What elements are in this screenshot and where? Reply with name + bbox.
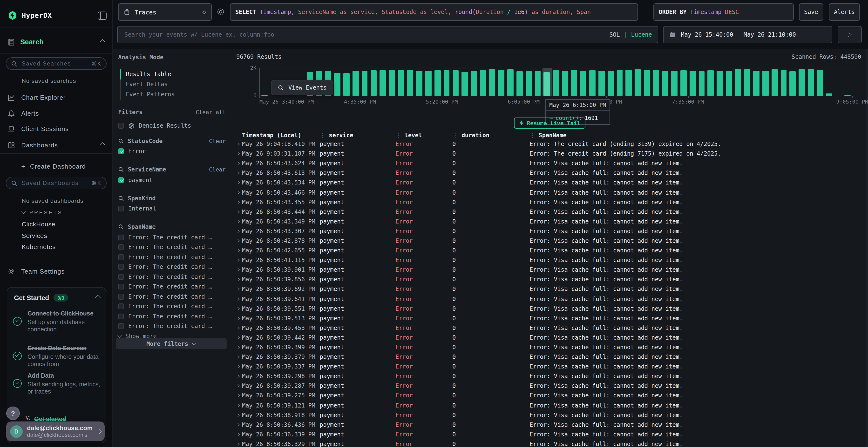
table-row[interactable]: May 26 8:50:41.115 PMpaymentError0Error:… [236,255,865,265]
histogram-bar-3-40-PM[interactable] [260,68,269,96]
table-row[interactable]: May 26 9:04:18.410 PMpaymentError0Error:… [236,139,865,149]
row-expand-chevron-icon[interactable] [237,297,241,301]
drag-handle-icon[interactable]: ⋮ [396,132,401,138]
row-expand-chevron-icon[interactable] [237,171,241,175]
source-settings-gear-icon[interactable] [217,8,225,16]
row-expand-chevron-icon[interactable] [237,442,241,446]
sidebar-collapse-icon[interactable] [98,11,106,20]
preset-services[interactable]: Services [22,232,47,239]
histogram-bar-6-05-PM[interactable] [524,68,533,96]
histogram-bar-6-20-PM[interactable] [551,68,561,96]
date-range-picker[interactable]: May 26 15:40:00 - May 26 21:10:00 [663,26,832,43]
histogram[interactable] [259,68,861,96]
table-row[interactable]: May 26 8:50:39.337 PMpaymentError0Error:… [236,362,865,371]
checkbox[interactable] [118,177,124,183]
histogram-bar-8-40-PM[interactable] [807,68,816,96]
table-row[interactable]: May 26 8:50:42.878 PMpaymentError0Error:… [236,236,865,246]
denoise-results-toggle[interactable]: Denoise Results [118,122,191,129]
checklist-item[interactable]: Connect to ClickHouse Set up your databa… [13,309,101,334]
histogram-bar-7-10-PM[interactable] [643,68,652,96]
row-expand-chevron-icon[interactable] [237,384,241,388]
table-row[interactable]: May 26 8:50:39.453 PMpaymentError0Error:… [236,323,865,333]
histogram-bar-6-50-PM[interactable] [606,68,615,96]
histogram-bar-6-55-PM[interactable] [615,68,624,96]
row-expand-chevron-icon[interactable] [237,142,241,146]
table-row[interactable]: May 26 8:50:36.339 PMpaymentError0Error:… [236,429,865,439]
histogram-bar-8-45-PM[interactable] [816,68,825,96]
filter-option[interactable]: Error: The credit card … [118,321,226,331]
checkbox[interactable] [118,304,124,309]
drag-handle-icon[interactable]: ⋮ [320,132,326,138]
table-row[interactable]: May 26 8:50:43.624 PMpaymentError0Error:… [236,159,865,168]
row-expand-chevron-icon[interactable] [237,413,241,417]
table-row[interactable]: May 26 8:50:43.444 PMpaymentError0Error:… [236,207,865,216]
presets-toggle[interactable]: PRESETS [22,209,63,215]
sidebar-item-team-settings[interactable]: Team Settings [0,264,112,278]
sidebar-item-alerts[interactable]: Alerts [0,106,112,121]
histogram-bar-6-45-PM[interactable] [597,68,606,96]
filter-option[interactable]: Error: The credit card … [118,262,226,272]
table-row[interactable]: May 26 8:50:43.466 PMpaymentError0Error:… [236,187,865,197]
analysis-mode-event-patterns[interactable]: Event Patterns [118,90,227,100]
histogram-bar-7-25-PM[interactable] [670,68,679,96]
user-menu[interactable]: D dale@clickhouse.com dale@clickhouse.co… [6,421,105,441]
histogram-bar-7-50-PM[interactable] [715,68,724,96]
histogram-bar-4-50-PM[interactable] [388,68,397,96]
table-row[interactable]: May 26 8:50:36.436 PMpaymentError0Error:… [236,420,865,429]
col-level[interactable]: ⋮level [396,132,452,138]
source-select[interactable]: Traces [118,3,212,21]
histogram-bar-7-55-PM[interactable] [724,68,734,96]
chevron-up-icon[interactable] [100,39,105,45]
table-row[interactable]: May 26 8:50:43.613 PMpaymentError0Error:… [236,168,865,178]
row-expand-chevron-icon[interactable] [237,268,241,272]
analysis-mode-results-table[interactable]: Results Table [118,69,227,79]
lucene-toggle[interactable]: Lucene [631,31,652,38]
histogram-bar-7-00-PM[interactable] [624,68,633,96]
denoise-checkbox[interactable] [118,123,124,129]
histogram-bar-4-55-PM[interactable] [397,68,406,96]
histogram-bar-6-25-PM[interactable] [561,68,570,96]
chevron-up-icon[interactable] [100,142,105,148]
clear-all-link[interactable]: Clear all [195,109,226,115]
histogram-bar-8-55-PM[interactable] [834,68,843,96]
search-bar[interactable]: SQL | Lucene [117,26,658,43]
search-input[interactable] [123,31,604,38]
table-row[interactable]: May 26 8:50:39.513 PMpaymentError0Error:… [236,313,865,323]
table-row[interactable]: May 26 8:50:43.534 PMpaymentError0Error:… [236,178,865,187]
row-expand-chevron-icon[interactable] [237,336,241,340]
checkbox[interactable] [118,235,124,240]
checklist-item[interactable]: Add Data Start sending logs, metrics, or… [13,371,101,396]
filter-option[interactable]: Error: The credit card … [118,302,226,311]
filter-option[interactable]: Error: The credit card … [118,282,226,291]
histogram-bar-5-35-PM[interactable] [469,68,478,96]
row-expand-chevron-icon[interactable] [237,403,241,407]
sql-toggle[interactable]: SQL [609,31,620,38]
histogram-bar-9-00-PM[interactable] [843,68,852,96]
row-expand-chevron-icon[interactable] [237,248,241,252]
checklist-item[interactable]: Create Data Sources Configure where your… [13,343,101,368]
checkbox[interactable] [118,244,124,250]
histogram-bar-4-35-PM[interactable] [360,68,369,96]
sidebar-item-chart-explorer[interactable]: Chart Explorer [0,90,112,105]
histogram-bar-7-05-PM[interactable] [633,68,643,96]
drag-handle-icon[interactable]: ⋮ [452,132,458,138]
checkbox[interactable] [118,284,124,290]
table-row[interactable]: May 26 8:50:39.275 PMpaymentError0Error:… [236,391,865,401]
histogram-bar-8-00-PM[interactable] [734,68,743,96]
histogram-bar-4-30-PM[interactable] [351,68,360,96]
row-expand-chevron-icon[interactable] [237,152,241,156]
checkbox[interactable] [118,206,124,212]
table-row[interactable]: May 26 8:50:39.551 PMpaymentError0Error:… [236,304,865,313]
sidebar-section-search[interactable]: Search [0,34,112,50]
filter-option[interactable]: Error: The credit card … [118,272,226,282]
row-expand-chevron-icon[interactable] [237,191,241,194]
saved-dashboards-search[interactable]: ⌘K [6,177,106,189]
filter-option[interactable]: Error: The credit card … [118,311,226,321]
filter-option[interactable]: Error: The credit card … [118,291,226,302]
histogram-bar-8-05-PM[interactable] [743,68,752,96]
table-row[interactable]: May 26 8:50:43.307 PMpaymentError0Error:… [236,227,865,236]
row-expand-chevron-icon[interactable] [237,200,241,204]
filter-option[interactable]: Error: The credit card … [118,232,226,242]
histogram-bar-5-40-PM[interactable] [478,68,488,96]
table-row[interactable]: May 26 8:50:39.287 PMpaymentError0Error:… [236,381,865,391]
